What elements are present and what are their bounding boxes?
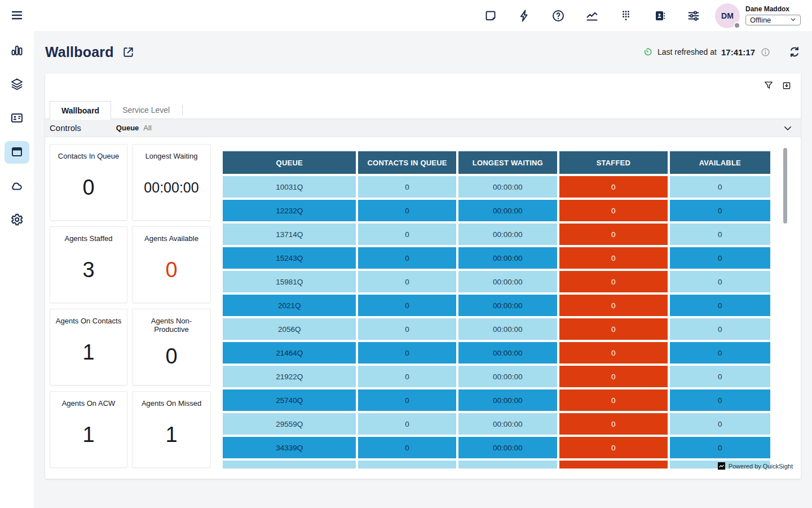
table-cell[interactable]: 00:00:00	[458, 318, 557, 340]
table-cell[interactable]: 15243Q	[223, 247, 356, 269]
table-cell[interactable]: 0	[358, 271, 456, 292]
table-cell[interactable]	[358, 461, 456, 468]
table-cell[interactable]: 0	[670, 247, 770, 269]
column-header[interactable]: STAFFED	[559, 151, 668, 174]
help-button[interactable]	[551, 9, 565, 23]
table-cell[interactable]: 00:00:00	[458, 366, 557, 387]
browser-window-icon	[10, 145, 24, 160]
table-cell[interactable]: 00:00:00	[458, 271, 557, 292]
table-cell[interactable]: 0	[559, 389, 668, 411]
menu-toggle-button[interactable]	[5, 5, 29, 27]
table-cell[interactable]: 0	[670, 389, 770, 411]
analytics-button[interactable]	[585, 9, 599, 23]
queue-filter-value[interactable]: All	[143, 124, 151, 132]
table-cell[interactable]: 0	[559, 366, 668, 387]
table-cell[interactable]: 00:00:00	[458, 176, 557, 198]
table-cell[interactable]: 0	[670, 200, 770, 221]
table-cell[interactable]: 29559Q	[223, 413, 356, 435]
table-cell[interactable]: 0	[559, 295, 668, 316]
table-cell[interactable]: 0	[559, 200, 668, 221]
agent-status-select[interactable]: Offline	[745, 15, 801, 25]
table-cell[interactable]: 0	[358, 413, 456, 435]
table-cell[interactable]: 0	[358, 224, 456, 245]
table-cell[interactable]: 0	[670, 224, 770, 245]
table-cell[interactable]: 0	[559, 413, 668, 435]
quick-actions-button[interactable]	[518, 9, 531, 23]
table-cell[interactable]	[458, 461, 557, 468]
table-cell[interactable]: 0	[358, 200, 456, 221]
export-button[interactable]	[782, 80, 792, 90]
refresh-info-button[interactable]	[761, 47, 770, 57]
table-row: 34339Q000:00:0000	[223, 437, 770, 458]
table-cell[interactable]: 0	[358, 247, 456, 269]
controls-collapse-button[interactable]	[783, 123, 793, 133]
table-cell[interactable]: 10031Q	[223, 176, 356, 198]
table-cell[interactable]: 00:00:00	[458, 389, 557, 411]
column-header[interactable]: LONGEST WAITING	[458, 151, 557, 174]
table-cell[interactable]: 0	[670, 437, 770, 458]
table-cell[interactable]: 13714Q	[223, 224, 356, 245]
table-cell[interactable]: 0	[559, 318, 668, 340]
table-cell[interactable]: 0	[670, 318, 770, 340]
filter-icon	[764, 84, 774, 92]
table-cell[interactable]: 0	[559, 224, 668, 245]
refresh-button[interactable]	[788, 46, 801, 58]
table-cell[interactable]: 0	[670, 176, 770, 198]
table-scrollbar[interactable]	[783, 148, 787, 224]
dialpad-button[interactable]	[619, 9, 633, 23]
table-cell[interactable]: 0	[358, 176, 456, 198]
preferences-button[interactable]	[687, 9, 700, 23]
table-cell[interactable]: 0	[559, 437, 668, 458]
table-cell[interactable]: 0	[358, 295, 456, 316]
table-cell[interactable]: 0	[670, 271, 770, 292]
table-cell[interactable]: 25740Q	[223, 389, 356, 411]
dashboard-panel: Wallboard Service Level Controls Queue A…	[45, 73, 801, 479]
table-cell[interactable]: 00:00:00	[458, 295, 557, 316]
table-cell[interactable]: 0	[559, 342, 668, 364]
directory-button[interactable]	[653, 9, 667, 23]
table-cell[interactable]: 00:00:00	[458, 247, 557, 269]
table-cell[interactable]: 2021Q	[223, 295, 356, 316]
table-cell[interactable]: 0	[559, 176, 668, 198]
tab-service-level[interactable]: Service Level	[111, 100, 181, 119]
table-cell[interactable]	[223, 461, 356, 468]
table-cell[interactable]: 0	[358, 318, 456, 340]
sidebar-item-contacts[interactable]	[5, 107, 29, 130]
table-cell[interactable]: 2056Q	[223, 318, 356, 340]
table-cell[interactable]: 34339Q	[223, 437, 356, 458]
table-cell[interactable]: 12232Q	[223, 200, 356, 221]
sidebar-item-settings[interactable]	[5, 209, 29, 231]
table-cell[interactable]: 0	[670, 366, 770, 387]
table-cell[interactable]: 0	[358, 342, 456, 364]
table-cell[interactable]: 15981Q	[223, 271, 356, 292]
table-cell[interactable]	[559, 461, 668, 468]
sidebar-item-cloud[interactable]	[5, 175, 29, 198]
column-header[interactable]: QUEUE	[223, 151, 356, 174]
table-cell[interactable]: 00:00:00	[458, 342, 557, 364]
table-cell[interactable]: 0	[670, 295, 770, 316]
filter-button[interactable]	[764, 80, 774, 90]
table-cell[interactable]: 00:00:00	[458, 224, 557, 245]
avatar[interactable]: DM	[715, 3, 740, 28]
notes-button[interactable]	[484, 9, 497, 23]
sidebar-item-wallboard[interactable]	[5, 141, 29, 164]
sidebar-item-layers[interactable]	[5, 73, 29, 96]
table-cell[interactable]: 00:00:00	[458, 437, 557, 458]
sidebar-item-metrics[interactable]	[5, 40, 29, 62]
table-cell[interactable]: 0	[358, 366, 456, 387]
table-cell[interactable]: 0	[358, 437, 456, 458]
table-cell[interactable]: 21922Q	[223, 366, 356, 387]
tab-wallboard[interactable]: Wallboard	[50, 101, 111, 120]
table-cell[interactable]: 0	[670, 413, 770, 435]
table-cell[interactable]: 0	[559, 247, 668, 269]
table-cell[interactable]: 0	[358, 389, 456, 411]
table-cell[interactable]: 00:00:00	[458, 413, 557, 435]
open-in-new-window-button[interactable]	[122, 46, 135, 59]
column-header[interactable]: CONTACTS IN QUEUE	[358, 151, 456, 174]
table-cell[interactable]: 21464Q	[223, 342, 356, 364]
table-cell[interactable]: 0	[670, 342, 770, 364]
table-row: 21464Q000:00:0000	[223, 342, 770, 364]
table-cell[interactable]: 00:00:00	[458, 200, 557, 221]
table-cell[interactable]: 0	[559, 271, 668, 292]
column-header[interactable]: AVAILABLE	[670, 151, 770, 174]
